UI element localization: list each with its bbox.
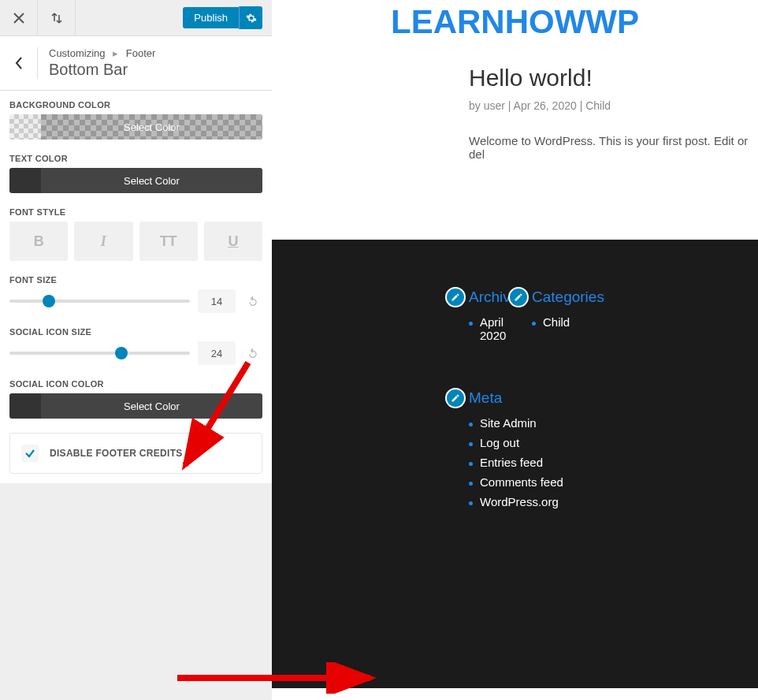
pencil-icon (451, 292, 460, 302)
list-item[interactable]: April 2020 (469, 315, 532, 342)
chevron-left-icon (15, 57, 23, 69)
controls-panel: BACKGROUND COLOR Select Color TEXT COLOR… (0, 91, 272, 483)
reset-icon (247, 295, 259, 307)
check-icon (24, 448, 35, 459)
social-icon-color-control: SOCIAL ICON COLOR Select Color (9, 379, 262, 419)
edit-widget-button[interactable] (445, 388, 466, 408)
customizer-sidebar: Publish Customizing ▸ Footer Bottom Bar … (0, 0, 272, 700)
back-button[interactable] (0, 47, 38, 79)
list-item[interactable]: Entries feed (469, 456, 758, 469)
text-color-control: TEXT COLOR Select Color (9, 154, 262, 193)
font-style-control: FONT STYLE B I TT U (9, 207, 262, 261)
list-item[interactable]: Site Admin (469, 416, 758, 430)
font-size-slider[interactable] (9, 300, 190, 303)
italic-button[interactable]: I (74, 222, 132, 261)
background-color-swatch[interactable] (9, 114, 41, 140)
meta-widget: Meta Site Admin Log out Entries feed Com… (469, 388, 758, 508)
breadcrumb-parent[interactable]: Footer (126, 47, 156, 59)
bold-button[interactable]: B (9, 222, 68, 261)
uppercase-button[interactable]: TT (139, 222, 198, 261)
post-meta-author[interactable]: user (484, 99, 505, 112)
disable-footer-credits-label: DISABLE FOOTER CREDITS (50, 448, 183, 459)
post-meta-by: by (469, 99, 481, 112)
list-item[interactable]: Child (532, 315, 604, 329)
breadcrumb-root: Customizing (49, 47, 106, 59)
section-title: Bottom Bar (49, 61, 155, 79)
section-header: Customizing ▸ Footer Bottom Bar (0, 36, 272, 91)
list-item[interactable]: WordPress.org (469, 495, 758, 508)
social-icon-size-reset-button[interactable] (243, 347, 262, 359)
font-size-label: FONT SIZE (9, 275, 262, 285)
social-icon-size-control: SOCIAL ICON SIZE (9, 327, 262, 365)
disable-footer-credits-checkbox[interactable] (21, 445, 39, 462)
font-style-label: FONT STYLE (9, 207, 262, 217)
list-item[interactable]: Comments feed (469, 475, 758, 489)
post: Hello world! by user | Apr 26, 2020 | Ch… (272, 41, 758, 161)
background-color-select-button[interactable]: Select Color (41, 114, 262, 140)
post-meta: by user | Apr 26, 2020 | Child (469, 99, 758, 112)
edit-widget-button[interactable] (445, 287, 466, 307)
publish-group: Publish (183, 6, 262, 29)
categories-title: Categories (532, 289, 604, 306)
social-icon-size-input[interactable] (198, 341, 236, 365)
post-meta-date: Apr 26, 2020 (514, 99, 577, 112)
text-color-swatch[interactable] (9, 168, 41, 193)
social-icon-size-slider[interactable] (9, 352, 190, 355)
close-icon (13, 13, 24, 24)
background-color-label: BACKGROUND COLOR (9, 100, 262, 110)
text-color-select-button[interactable]: Select Color (41, 168, 262, 193)
publish-button[interactable]: Publish (183, 7, 239, 28)
categories-widget: Categories Child (532, 287, 604, 348)
post-body: Welcome to WordPress. This is your first… (469, 134, 758, 161)
breadcrumb: Customizing ▸ Footer (49, 47, 155, 59)
site-preview: LEARNHOWWP Hello world! by user | Apr 26… (272, 0, 758, 700)
reset-icon (247, 347, 259, 359)
font-size-reset-button[interactable] (243, 295, 262, 307)
sort-icon (50, 12, 63, 24)
pencil-icon (451, 393, 460, 403)
social-icon-color-swatch[interactable] (9, 393, 41, 419)
social-icon-size-label: SOCIAL ICON SIZE (9, 327, 262, 337)
pencil-icon (514, 292, 523, 302)
customizer-topbar: Publish (0, 0, 272, 36)
font-size-input[interactable] (198, 289, 236, 313)
site-title[interactable]: LEARNHOWWP (272, 0, 758, 41)
social-icon-color-label: SOCIAL ICON COLOR (9, 379, 262, 389)
social-icon-color-select-button[interactable]: Select Color (41, 393, 262, 419)
background-color-control: BACKGROUND COLOR Select Color (9, 100, 262, 140)
edit-widget-button[interactable] (508, 287, 529, 307)
underline-button[interactable]: U (204, 222, 262, 261)
gear-icon (246, 13, 257, 24)
list-item[interactable]: Log out (469, 436, 758, 449)
post-meta-category[interactable]: Child (585, 99, 611, 112)
publish-settings-button[interactable] (239, 6, 262, 29)
device-toggle-button[interactable] (38, 0, 76, 36)
breadcrumb-separator: ▸ (113, 47, 118, 59)
site-footer: Archives April 2020 Categories Child (272, 240, 758, 688)
close-button[interactable] (0, 0, 38, 36)
disable-footer-credits-row[interactable]: DISABLE FOOTER CREDITS (9, 433, 262, 474)
post-title[interactable]: Hello world! (469, 65, 758, 91)
font-size-control: FONT SIZE (9, 275, 262, 313)
meta-title: Meta (469, 389, 502, 407)
text-color-label: TEXT COLOR (9, 154, 262, 163)
